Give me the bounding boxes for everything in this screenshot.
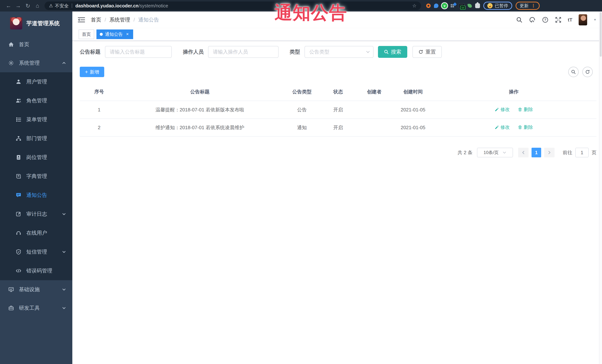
- page-number-current[interactable]: 1: [532, 148, 541, 157]
- sidebar-item-label: 基础设施: [19, 286, 40, 293]
- sidebar-item-error-codes[interactable]: 错误码管理: [0, 261, 72, 280]
- bookmark-star-icon[interactable]: ☆: [412, 3, 417, 9]
- address-bar[interactable]: ⚠ 不安全 dashboard.yudao.iocoder.cn /system…: [44, 1, 421, 10]
- navbar-actions: ? tT ▼: [516, 14, 596, 25]
- search-icon: [571, 70, 576, 74]
- chevron-down-icon: [502, 150, 506, 155]
- trash-icon: [518, 125, 522, 130]
- warning-icon: ⚠: [49, 3, 53, 8]
- help-icon[interactable]: ?: [542, 17, 548, 23]
- sidebar-item-label: 首页: [19, 41, 29, 48]
- sidebar-logo[interactable]: 芋道管理系统: [0, 11, 72, 35]
- breadcrumb-home[interactable]: 首页: [91, 16, 101, 23]
- users-icon: [16, 98, 22, 104]
- browser-forward-icon[interactable]: →: [13, 3, 23, 9]
- delete-link[interactable]: 删除: [518, 106, 533, 113]
- extension-grid-icon[interactable]: [451, 3, 455, 8]
- page-content: 公告标题 操作人员 类型 搜索 重置: [72, 41, 602, 157]
- toggle-search-button[interactable]: [568, 67, 579, 77]
- tab-home[interactable]: 首页: [79, 30, 94, 39]
- browser-home-icon[interactable]: ⌂: [33, 3, 42, 9]
- code-icon: [16, 268, 22, 274]
- reset-button[interactable]: 重置: [412, 46, 442, 58]
- extension-green-v-icon[interactable]: v: [442, 3, 447, 9]
- profile-paused-chip[interactable]: 已暂停: [483, 2, 512, 10]
- sidebar-item-dev-tools[interactable]: 研发工具: [0, 299, 72, 317]
- fullscreen-icon[interactable]: [555, 17, 562, 23]
- pagination-total: 共 2 条: [458, 149, 473, 156]
- sidebar-item-users[interactable]: 用户管理: [0, 72, 72, 91]
- scrollbar[interactable]: [599, 11, 602, 364]
- col-created: 创建时间: [395, 83, 431, 101]
- caret-down-icon[interactable]: ▼: [593, 18, 596, 21]
- title-filter-input[interactable]: [105, 46, 172, 58]
- goto-suffix-label: 页: [591, 149, 596, 156]
- table-toolbar: + 新增: [80, 67, 596, 77]
- extension-switch-icon[interactable]: on: [459, 3, 464, 8]
- extension-leaf-icon[interactable]: [468, 3, 472, 8]
- sidebar-item-audit-log[interactable]: 审计日志: [0, 205, 72, 224]
- extension-blue-drop-icon[interactable]: [434, 3, 438, 8]
- browser-update-button[interactable]: 更新 ⋮: [516, 2, 540, 10]
- user-avatar[interactable]: [579, 14, 587, 25]
- sidebar-item-infrastructure[interactable]: 基础设施: [0, 280, 72, 299]
- browser-extensions-area: v on 已暂停 更新 ⋮: [426, 2, 540, 10]
- github-icon[interactable]: [529, 17, 536, 23]
- type-select[interactable]: [304, 46, 374, 58]
- add-button[interactable]: + 新增: [80, 67, 104, 77]
- operator-filter-input[interactable]: [208, 46, 279, 58]
- breadcrumb: 首页 / 系统管理 / 通知公告: [91, 16, 159, 23]
- pen-icon: [494, 125, 499, 130]
- extensions-puzzle-icon[interactable]: [475, 3, 480, 8]
- sidebar-item-system[interactable]: 系统管理: [0, 54, 72, 72]
- edit-link[interactable]: 修改: [494, 106, 510, 113]
- chevron-down-icon: [62, 212, 66, 216]
- cell-actions: 修改 删除: [431, 101, 596, 119]
- breadcrumb-system[interactable]: 系统管理: [109, 16, 130, 23]
- page-size-select[interactable]: 10条/页: [477, 148, 513, 157]
- sidebar-item-roles[interactable]: 角色管理: [0, 91, 72, 110]
- sidebar-item-departments[interactable]: 部门管理: [0, 129, 72, 148]
- type-filter-label: 类型: [290, 48, 300, 55]
- sidebar-item-sms[interactable]: 短信管理: [0, 242, 72, 261]
- chevron-left-icon: [522, 151, 525, 154]
- home-icon: [8, 42, 14, 47]
- sidebar-item-label: 字典管理: [26, 173, 47, 180]
- search-icon[interactable]: [516, 17, 523, 23]
- goto-page-input[interactable]: [575, 148, 589, 157]
- headset-icon: [16, 230, 22, 236]
- type-select-input[interactable]: [304, 46, 374, 58]
- sidebar-item-label: 研发工具: [19, 304, 40, 312]
- security-label[interactable]: 不安全: [55, 3, 69, 9]
- col-creator: 创建者: [354, 83, 395, 101]
- sidebar-item-online-users[interactable]: 在线用户: [0, 224, 72, 242]
- sidebar-item-label: 审计日志: [26, 210, 47, 218]
- sidebar-item-menus[interactable]: 菜单管理: [0, 110, 72, 129]
- close-icon[interactable]: ×: [125, 32, 130, 37]
- refresh-icon: [585, 70, 590, 74]
- tab-notice[interactable]: 通知公告 ×: [97, 30, 133, 39]
- refresh-table-button[interactable]: [582, 67, 593, 77]
- browser-reload-icon[interactable]: ↻: [23, 3, 33, 9]
- sidebar-item-notice[interactable]: 通知公告: [0, 186, 72, 205]
- prev-page-button[interactable]: [518, 148, 528, 157]
- update-label: 更新: [520, 3, 528, 9]
- delete-link[interactable]: 删除: [518, 124, 533, 130]
- font-size-icon[interactable]: tT: [568, 17, 572, 23]
- app-logo-image: [10, 17, 22, 30]
- browser-menu-dots-icon[interactable]: ⋮: [531, 3, 536, 8]
- next-page-button[interactable]: [544, 148, 555, 157]
- sidebar-item-posts[interactable]: 岗位管理: [0, 148, 72, 167]
- browser-back-icon[interactable]: ←: [4, 3, 13, 9]
- sidebar-item-label: 短信管理: [26, 248, 47, 255]
- search-button[interactable]: 搜索: [378, 46, 407, 58]
- extension-orange-ring-icon[interactable]: [426, 3, 431, 8]
- tags-view-bar: 首页 通知公告 ×: [72, 28, 602, 41]
- scrollbar-thumb[interactable]: [600, 12, 602, 57]
- svg-text:?: ?: [544, 18, 546, 22]
- sidebar-item-dict[interactable]: 字典管理: [0, 167, 72, 186]
- collapse-sidebar-icon[interactable]: [78, 17, 85, 23]
- sidebar-item-home[interactable]: 首页: [0, 35, 72, 54]
- org-tree-icon: [16, 135, 22, 141]
- edit-link[interactable]: 修改: [494, 124, 510, 130]
